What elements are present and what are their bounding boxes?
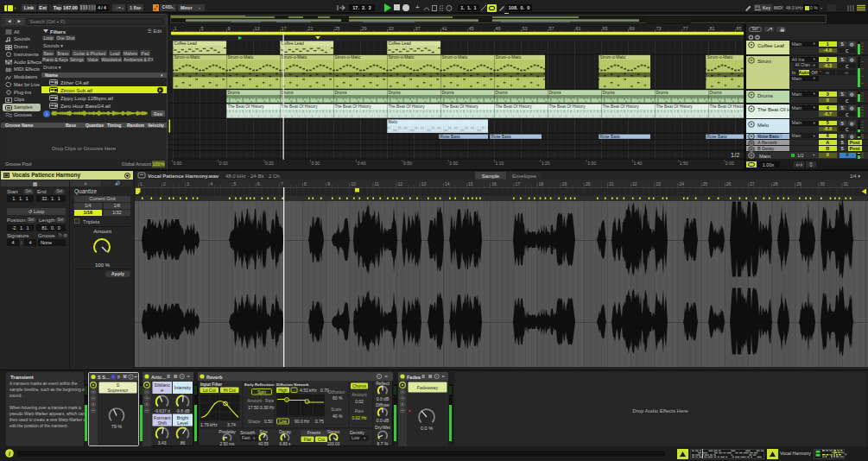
svg-text:Rate: Rate xyxy=(265,398,275,403)
svg-text:1: 1 xyxy=(140,180,143,186)
svg-text:M: M xyxy=(124,375,127,379)
svg-text:0.50: 0.50 xyxy=(264,419,273,424)
svg-text:0:50: 0:50 xyxy=(403,161,412,166)
svg-text:Predelay: Predelay xyxy=(219,428,236,433)
svg-text:-9.8 dB: -9.8 dB xyxy=(175,407,190,413)
svg-text:2:00: 2:00 xyxy=(725,161,734,166)
svg-text:8: 8 xyxy=(304,180,307,186)
svg-text:37: 37 xyxy=(415,26,421,31)
svg-text:Drums: Drums xyxy=(549,91,562,95)
svg-text:Drums: Drums xyxy=(228,91,241,95)
svg-text:Stereo: Stereo xyxy=(327,428,340,433)
svg-text:7: 7 xyxy=(281,180,283,186)
svg-text:The Beat Of History: The Beat Of History xyxy=(603,104,640,109)
svg-text:Diffusion Network: Diffusion Network xyxy=(276,382,309,387)
svg-text:1/2: 1/2 xyxy=(731,151,739,159)
svg-text:6.83 s: 6.83 s xyxy=(279,441,291,445)
svg-text:4: 4 xyxy=(210,180,212,186)
svg-text:86: 86 xyxy=(181,439,186,445)
svg-text:Rose Bass: Rose Bass xyxy=(491,135,512,139)
svg-text:13: 13 xyxy=(255,26,260,31)
svg-text:Supressor: Supressor xyxy=(107,388,128,393)
svg-text:1.79 kHz: 1.79 kHz xyxy=(200,421,218,426)
svg-text:Drums: Drums xyxy=(442,91,455,95)
svg-text:0:00: 0:00 xyxy=(174,161,182,166)
svg-text:Strum-o-Matic: Strum-o-Matic xyxy=(282,55,308,60)
svg-text:0:30: 0:30 xyxy=(311,161,320,166)
svg-text:1:10: 1:10 xyxy=(496,161,504,166)
svg-text:The Beat Of History: The Beat Of History xyxy=(496,104,533,109)
svg-text:85: 85 xyxy=(737,26,742,31)
svg-text:Reflect: Reflect xyxy=(376,380,390,385)
svg-text:Strum-o-Matic: Strum-o-Matic xyxy=(496,55,523,60)
svg-text:Flat: Flat xyxy=(304,436,312,441)
svg-text:33: 33 xyxy=(389,26,394,31)
svg-text:0.0 dB: 0.0 dB xyxy=(377,395,390,401)
svg-text:11: 11 xyxy=(375,180,379,186)
svg-text:0:40: 0:40 xyxy=(358,161,366,166)
svg-text:Diffusion: Diffusion xyxy=(328,388,345,394)
svg-text:Drums: Drums xyxy=(710,91,723,95)
svg-text:Drums: Drums xyxy=(496,91,509,95)
svg-text:Fast: Fast xyxy=(242,435,250,440)
svg-text:1:30: 1:30 xyxy=(587,161,596,166)
svg-text:Rate: Rate xyxy=(355,408,364,414)
svg-text:Fadeaway: Fadeaway xyxy=(417,384,439,389)
svg-text:69: 69 xyxy=(630,26,635,31)
svg-text:9: 9 xyxy=(228,26,231,31)
svg-text:P: P xyxy=(117,375,120,379)
svg-text:Dry/Wet: Dry/Wet xyxy=(375,425,391,430)
svg-text:Shape: Shape xyxy=(248,419,261,424)
svg-text:e: e xyxy=(161,388,163,393)
svg-text:Coffee Lead: Coffee Lead xyxy=(389,41,411,46)
svg-text:Decay: Decay xyxy=(279,428,292,433)
svg-text:5: 5 xyxy=(201,26,204,31)
svg-text:100.00: 100.00 xyxy=(327,441,340,445)
svg-text:Freeze: Freeze xyxy=(307,430,321,435)
svg-text:Early Reflections: Early Reflections xyxy=(244,382,276,387)
svg-text:The Beat Of History: The Beat Of History xyxy=(549,104,586,109)
svg-text:Input Filter: Input Filter xyxy=(200,382,222,387)
svg-text:1:20: 1:20 xyxy=(542,161,550,166)
svg-text:1:00: 1:00 xyxy=(449,161,458,166)
svg-text:Lo Cut: Lo Cut xyxy=(203,387,216,392)
svg-text:0.0 %: 0.0 % xyxy=(421,426,433,431)
svg-text:Level: Level xyxy=(177,420,187,425)
svg-text:0.02 Hz: 0.02 Hz xyxy=(352,414,367,420)
svg-text:Spin: Spin xyxy=(257,388,266,394)
svg-text:M: M xyxy=(428,374,432,378)
svg-text:The Beat Of History: The Beat Of History xyxy=(710,104,747,109)
svg-text:1:50: 1:50 xyxy=(680,161,688,166)
svg-text:Coffee Lead: Coffee Lead xyxy=(282,41,304,46)
svg-text:1: 1 xyxy=(174,26,177,31)
svg-text:Envelopes: Envelopes xyxy=(512,173,536,178)
svg-text:Shift: Shift xyxy=(158,420,168,425)
svg-text:45: 45 xyxy=(469,26,474,31)
svg-text:90.0 Hz: 90.0 Hz xyxy=(295,419,310,424)
svg-text:Low: Low xyxy=(279,418,288,423)
svg-text:3.74: 3.74 xyxy=(227,421,236,426)
svg-text:Artic…: Artic… xyxy=(151,374,167,379)
svg-text:The Beat Of History: The Beat Of History xyxy=(442,104,479,109)
svg-text:61: 61 xyxy=(576,26,581,31)
svg-text:73: 73 xyxy=(656,26,662,31)
svg-text:40.55: 40.55 xyxy=(258,441,269,445)
svg-text:0.02: 0.02 xyxy=(355,398,364,403)
svg-text:3: 3 xyxy=(187,180,189,186)
svg-text:⋅⋅: ⋅⋅ xyxy=(293,388,295,392)
svg-text:The Beat Of History: The Beat Of History xyxy=(282,104,319,109)
svg-text:Scale: Scale xyxy=(331,407,342,412)
svg-text:0.0 dB: 0.0 dB xyxy=(377,418,390,423)
svg-text:79 %: 79 % xyxy=(111,423,123,428)
svg-text:60 %: 60 % xyxy=(333,395,343,401)
svg-text:Smooth: Smooth xyxy=(240,429,255,434)
svg-text:6: 6 xyxy=(257,180,260,186)
svg-text:57: 57 xyxy=(549,26,554,31)
svg-text:17: 17 xyxy=(282,26,287,31)
svg-text:The Beat Of History: The Beat Of History xyxy=(656,104,694,109)
svg-text:High: High xyxy=(278,387,288,392)
svg-text:The Beat Of History: The Beat Of History xyxy=(228,104,265,109)
svg-text:Cut: Cut xyxy=(318,436,325,441)
svg-text:65: 65 xyxy=(603,26,608,31)
svg-text:Strum-o-Matic: Strum-o-Matic xyxy=(600,55,627,60)
